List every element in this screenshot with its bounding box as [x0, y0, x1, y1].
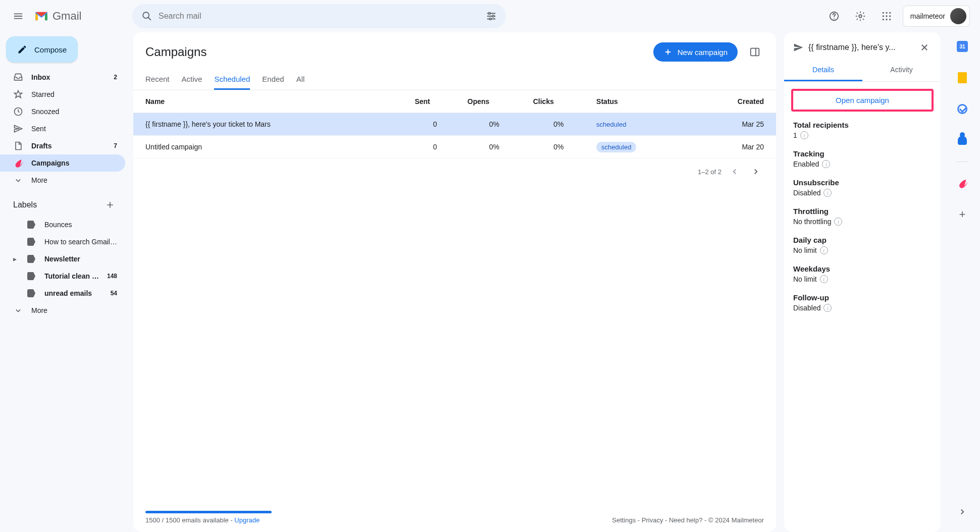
table-row[interactable]: Untitled campaign00%0%scheduledMar 20	[133, 136, 776, 158]
new-campaign-button[interactable]: New campaign	[653, 42, 738, 62]
column-sent: Sent	[408, 90, 461, 113]
search-icon	[141, 11, 152, 22]
label-text: Newsletter	[44, 255, 117, 263]
svg-point-11	[886, 15, 887, 17]
nav-label: Snoozed	[31, 108, 117, 116]
table-row[interactable]: {{ firstname }}, here's your ticket to M…	[133, 113, 776, 136]
expand-rail-button[interactable]	[952, 502, 972, 522]
page-title: Campaigns	[145, 45, 207, 59]
keep-addon-button[interactable]	[952, 68, 972, 88]
prev-page-button[interactable]	[727, 164, 743, 180]
tab-recent[interactable]: Recent	[145, 70, 170, 90]
row-created: Mar 25	[691, 113, 776, 136]
contacts-addon-button[interactable]	[952, 130, 972, 150]
info-icon[interactable]: i	[823, 304, 832, 312]
label-item[interactable]: ▸Newsletter	[0, 250, 125, 268]
plus-icon	[663, 47, 673, 57]
compose-button[interactable]: Compose	[6, 36, 78, 63]
campaigns-table: NameSentOpensClicksStatusCreated {{ firs…	[133, 90, 776, 158]
svg-point-2	[492, 15, 494, 17]
settings-button[interactable]	[850, 6, 870, 26]
search-bar[interactable]	[132, 4, 506, 28]
next-page-button[interactable]	[748, 164, 764, 180]
main-panel: Campaigns New campaign RecentActiveSched…	[133, 32, 776, 532]
side-rail: +	[949, 32, 976, 532]
search-options-icon[interactable]	[486, 11, 497, 22]
row-clicks: 0%	[527, 113, 590, 136]
layout-toggle-button[interactable]	[746, 43, 764, 61]
info-icon[interactable]: i	[800, 131, 808, 139]
svg-point-10	[882, 15, 884, 17]
main-menu-button[interactable]	[6, 4, 30, 28]
close-details-button[interactable]	[917, 40, 932, 55]
calendar-addon-button[interactable]	[952, 36, 972, 57]
keep-icon	[958, 72, 967, 83]
sidebar-item-drafts[interactable]: Drafts7	[0, 137, 125, 154]
tab-active[interactable]: Active	[182, 70, 202, 90]
mailmeteor-addon-button[interactable]	[952, 173, 972, 193]
footer-links[interactable]: Settings - Privacy - Need help? - © 2024…	[612, 516, 764, 524]
label-item[interactable]: Tutorial clean up148	[0, 268, 125, 285]
row-status: scheduled	[590, 113, 690, 136]
labels-title: Labels	[13, 200, 37, 209]
gmail-logo[interactable]: Gmail	[34, 10, 81, 23]
sidebar-item-starred[interactable]: Starred	[0, 86, 125, 103]
info-icon[interactable]: i	[823, 189, 832, 197]
sidebar-item-snoozed[interactable]: Snoozed	[0, 103, 125, 120]
footer-bar: 1500 / 1500 emails available - Upgrade S…	[133, 505, 776, 532]
detail-item: Follow-upDisabled i	[793, 293, 932, 312]
search-input[interactable]	[159, 12, 480, 21]
info-icon[interactable]: i	[820, 246, 828, 254]
sidebar-item-more[interactable]: More	[0, 172, 125, 189]
chevron-icon	[13, 175, 23, 185]
details-tab-activity[interactable]: Activity	[862, 60, 941, 81]
svg-point-9	[889, 12, 891, 14]
details-tab-details[interactable]: Details	[784, 60, 862, 81]
labels-header: Labels	[0, 189, 125, 216]
label-item[interactable]: Bounces	[0, 216, 125, 233]
svg-point-7	[882, 12, 884, 14]
label-item[interactable]: How to search Gmail by ...	[0, 233, 125, 250]
row-name: {{ firstname }}, here's your ticket to M…	[133, 113, 408, 136]
label-count: 54	[111, 290, 117, 297]
detail-item: ThrottlingNo throttling i	[793, 207, 932, 226]
detail-value: Disabled i	[793, 189, 932, 197]
label-item[interactable]: unread emails54	[0, 285, 125, 302]
account-chip[interactable]: mailmeteor	[903, 6, 970, 27]
column-status: Status	[590, 90, 690, 113]
row-opens: 0%	[461, 136, 527, 158]
new-campaign-label: New campaign	[678, 48, 728, 57]
detail-item: Daily capNo limit i	[793, 236, 932, 254]
tab-scheduled[interactable]: Scheduled	[214, 70, 250, 90]
pencil-icon	[17, 44, 27, 55]
detail-item: Total recipients1 i	[793, 121, 932, 139]
nav-label: Drafts	[31, 142, 106, 150]
upgrade-link[interactable]: Upgrade	[234, 516, 260, 524]
svg-point-5	[834, 18, 835, 19]
add-label-button[interactable]	[103, 198, 117, 212]
info-icon[interactable]: i	[822, 160, 830, 168]
svg-point-8	[886, 12, 887, 14]
sidebar-item-inbox[interactable]: Inbox2	[0, 69, 125, 86]
detail-value: No throttling i	[793, 218, 932, 226]
tab-ended[interactable]: Ended	[262, 70, 284, 90]
send-icon	[793, 42, 803, 52]
sidebar-item-sent[interactable]: Sent	[0, 120, 125, 137]
info-icon[interactable]: i	[820, 275, 828, 283]
svg-point-15	[889, 19, 891, 20]
sidebar-item-campaigns[interactable]: Campaigns	[0, 154, 125, 172]
support-button[interactable]	[824, 6, 844, 26]
header: Gmail mailmeteor	[0, 0, 980, 32]
get-addons-button[interactable]: +	[952, 204, 972, 225]
tasks-addon-button[interactable]	[952, 99, 972, 119]
nav-count: 2	[114, 74, 117, 81]
pagination-text: 1–2 of 2	[698, 168, 721, 176]
open-campaign-button[interactable]: Open campaign	[791, 89, 934, 112]
info-icon[interactable]: i	[834, 218, 842, 226]
label-text: How to search Gmail by ...	[44, 238, 117, 246]
label-text: unread emails	[44, 289, 102, 297]
tab-all[interactable]: All	[296, 70, 305, 90]
apps-button[interactable]	[876, 6, 897, 26]
column-created: Created	[691, 90, 776, 113]
label-item[interactable]: More	[0, 302, 125, 319]
